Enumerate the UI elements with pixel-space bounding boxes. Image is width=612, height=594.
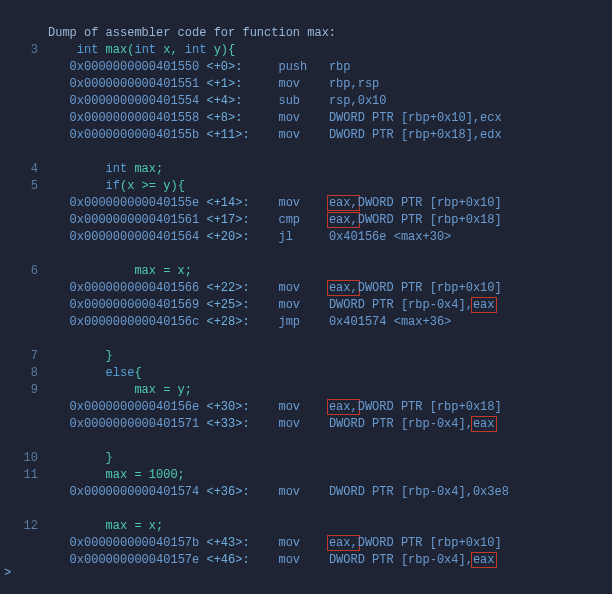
line-number: 8 — [8, 365, 48, 382]
highlight-box: eax, — [327, 280, 360, 296]
source-line: max( — [98, 43, 134, 57]
source-line: max = x; — [106, 519, 164, 533]
highlight-box: eax, — [327, 195, 360, 211]
highlight-box: eax, — [327, 399, 360, 415]
source-line: (x >= y){ — [120, 179, 185, 193]
keyword-int: int — [77, 43, 99, 57]
source-line: } — [106, 349, 113, 363]
line-number: 5 — [8, 178, 48, 195]
line-number: 10 — [8, 450, 48, 467]
dump-header: Dump of assembler code for function max: — [48, 26, 336, 40]
highlight-box: eax — [471, 297, 497, 313]
mnemonic: push — [278, 60, 307, 74]
disassembly-view: Dump of assembler code for function max:… — [0, 0, 612, 586]
line-number: 3 — [8, 42, 48, 59]
highlight-box: eax, — [327, 535, 360, 551]
line-number: 12 — [8, 518, 48, 535]
line-number: 6 — [8, 263, 48, 280]
source-line: } — [106, 451, 113, 465]
line-number: 9 — [8, 382, 48, 399]
source-line: max = y; — [106, 383, 192, 397]
source-line: max; — [127, 162, 163, 176]
highlight-box: eax — [471, 416, 497, 432]
source-line: max = x; — [106, 264, 192, 278]
operands: rbp — [329, 60, 351, 74]
gdb-prompt[interactable]: > — [4, 565, 11, 582]
addr: 0x0000000000401550 — [70, 60, 200, 74]
highlight-box: eax — [471, 552, 497, 568]
highlight-box: eax, — [327, 212, 360, 228]
gutter — [8, 25, 48, 42]
line-number: 7 — [8, 348, 48, 365]
line-number: 4 — [8, 161, 48, 178]
line-number: 11 — [8, 467, 48, 484]
source-line: max = 1000; — [106, 468, 185, 482]
offset: <+0>: — [206, 60, 242, 74]
